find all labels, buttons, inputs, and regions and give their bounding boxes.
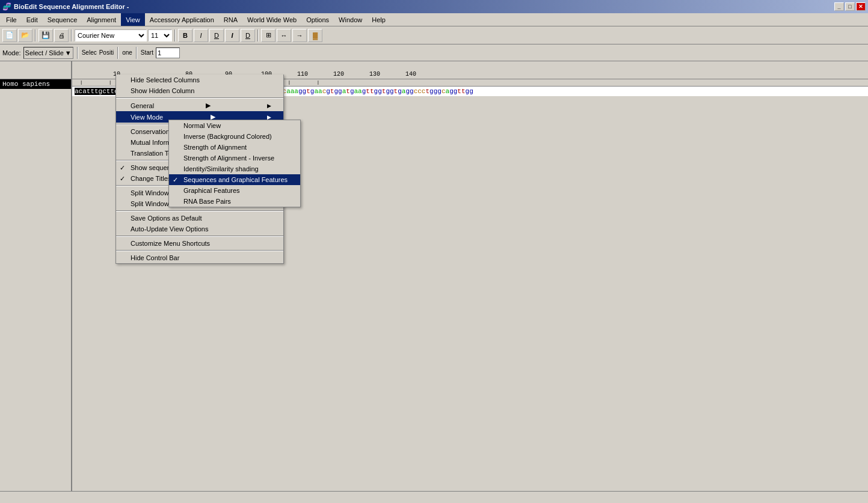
menu-accessory[interactable]: Accessory Application — [145, 13, 219, 26]
separator-3 — [174, 29, 176, 41]
general-label: General — [131, 102, 154, 109]
graphical-feat-label: Graphical Features — [183, 187, 240, 194]
separator-2 — [71, 29, 72, 41]
grid-button[interactable]: ⊞ — [261, 29, 275, 42]
toolbar-row-2: Mode: Select / Slide ▼ Selec Positi one … — [0, 44, 868, 61]
strength-inv-label: Strength of Alignment - Inverse — [183, 154, 274, 162]
menu-rna-base[interactable]: RNA Base Pairs — [169, 196, 300, 207]
other-label: one — [122, 49, 132, 56]
sep-5 — [116, 210, 283, 212]
save-options-label: Save Options as Default — [131, 215, 202, 222]
separator-4 — [257, 29, 259, 41]
mode-select[interactable]: Select / Slide ▼ — [23, 47, 73, 59]
mode-label: Mode: — [2, 49, 21, 56]
select-label: Selec — [82, 49, 97, 56]
rna-base-label: RNA Base Pairs — [183, 198, 231, 205]
menu-show-hidden[interactable]: Show Hidden Column — [116, 85, 283, 96]
sep-7 — [116, 250, 283, 251]
submenu-arrow-general: ▶ — [206, 102, 211, 109]
menu-file[interactable]: File — [1, 13, 22, 26]
auto-update-label: Auto-Update View Options — [131, 225, 208, 233]
menu-edit[interactable]: Edit — [22, 13, 43, 26]
bold2-button[interactable]: I — [225, 29, 239, 42]
separator-start2 — [136, 47, 137, 59]
mode-dropdown-arrow: ▼ — [65, 49, 72, 56]
underline2-button[interactable]: D — [241, 29, 255, 42]
menu-inverse[interactable]: Inverse (Background Colored) — [169, 131, 300, 142]
menu-strength-inv[interactable]: Strength of Alignment - Inverse — [169, 153, 300, 163]
menu-sequence[interactable]: Sequence — [43, 13, 82, 26]
close-button[interactable]: ✕ — [856, 2, 866, 11]
italic-button[interactable]: I — [194, 29, 208, 42]
menu-window[interactable]: Window — [334, 13, 367, 26]
menu-hide-selected[interactable]: Hide Selected Columns — [116, 75, 283, 85]
customize-label: Customize Menu Shortcuts — [131, 240, 210, 247]
editor-area: Homo sapiens 10 80 90 100 110 120 130 14… — [0, 61, 868, 503]
viewmode-submenu: Normal View Inverse (Background Colored)… — [168, 120, 301, 207]
hide-selected-label: Hide Selected Columns — [131, 76, 200, 84]
start-label: Start — [141, 49, 153, 56]
maximize-button[interactable]: □ — [845, 2, 855, 11]
font-size-select[interactable]: 11 — [148, 29, 172, 41]
sequence-name-1: Homo sapiens — [0, 79, 71, 89]
view-mode-label: View Mode — [131, 114, 163, 121]
identity-label: Identity/Similarity shading — [183, 165, 259, 172]
color-button[interactable]: ▓ — [308, 29, 322, 42]
print-button[interactable]: 🖨 — [54, 29, 69, 42]
menu-identity[interactable]: Identity/Similarity shading — [169, 163, 300, 174]
status-bar — [0, 491, 868, 503]
font-name-select[interactable]: Courier New — [75, 29, 147, 41]
menu-graphical-feat[interactable]: Graphical Features — [169, 185, 300, 196]
menu-customize[interactable]: Customize Menu Shortcuts — [116, 238, 283, 249]
start-input[interactable] — [156, 47, 180, 58]
separator-start — [117, 47, 119, 59]
underline-button[interactable]: D — [209, 29, 224, 42]
menu-rna[interactable]: RNA — [219, 13, 242, 26]
inverse-label: Inverse (Background Colored) — [183, 133, 272, 140]
normal-view-label: Normal View — [183, 122, 221, 129]
menu-save-options[interactable]: Save Options as Default — [116, 213, 283, 224]
separator-mode — [77, 47, 78, 59]
menu-auto-update[interactable]: Auto-Update View Options — [116, 224, 283, 234]
menu-options[interactable]: Options — [301, 13, 334, 26]
save-button[interactable]: 💾 — [38, 29, 53, 42]
menu-help[interactable]: Help — [367, 13, 390, 26]
move-button[interactable]: ↔ — [277, 29, 291, 42]
show-hidden-label: Show Hidden Column — [131, 87, 194, 94]
menu-view[interactable]: View — [121, 13, 145, 26]
menu-normal-view[interactable]: Normal View — [169, 120, 300, 131]
toolbar-row-1: 📄 📂 💾 🖨 Courier New 11 B I D I D ⊞ ↔ → ▓ — [0, 26, 868, 44]
menu-general[interactable]: General ▶ — [116, 100, 283, 111]
bold-button[interactable]: B — [178, 29, 192, 42]
open-button[interactable]: 📂 — [18, 29, 32, 42]
title-text: BioEdit Sequence Alignment Editor - — [14, 3, 129, 10]
menu-bar: File Edit Sequence Alignment View Access… — [0, 13, 868, 26]
menu-alignment[interactable]: Alignment — [82, 13, 121, 26]
title-bar: 🧬 BioEdit Sequence Alignment Editor - _ … — [0, 0, 868, 13]
minimize-button[interactable]: _ — [834, 2, 844, 11]
sep-6 — [116, 236, 283, 237]
menu-hide-control[interactable]: Hide Control Bar — [116, 252, 283, 263]
sequences-gf-label: Sequences and Graphical Features — [183, 176, 288, 183]
new-button[interactable]: 📄 — [2, 29, 17, 42]
hide-control-label: Hide Control Bar — [131, 254, 179, 261]
strength-label: Strength of Alignment — [183, 144, 247, 151]
arrow-button[interactable]: → — [292, 29, 307, 42]
sep-1 — [116, 97, 283, 99]
position-label: Positi — [99, 49, 114, 56]
separator-1 — [35, 29, 36, 41]
app-icon: 🧬 — [2, 2, 11, 11]
mode-value: Select / Slide — [25, 49, 64, 56]
menu-strength[interactable]: Strength of Alignment — [169, 142, 300, 153]
menu-www[interactable]: World Wide Web — [242, 13, 301, 26]
menu-sequences-gf[interactable]: Sequences and Graphical Features — [169, 174, 300, 185]
